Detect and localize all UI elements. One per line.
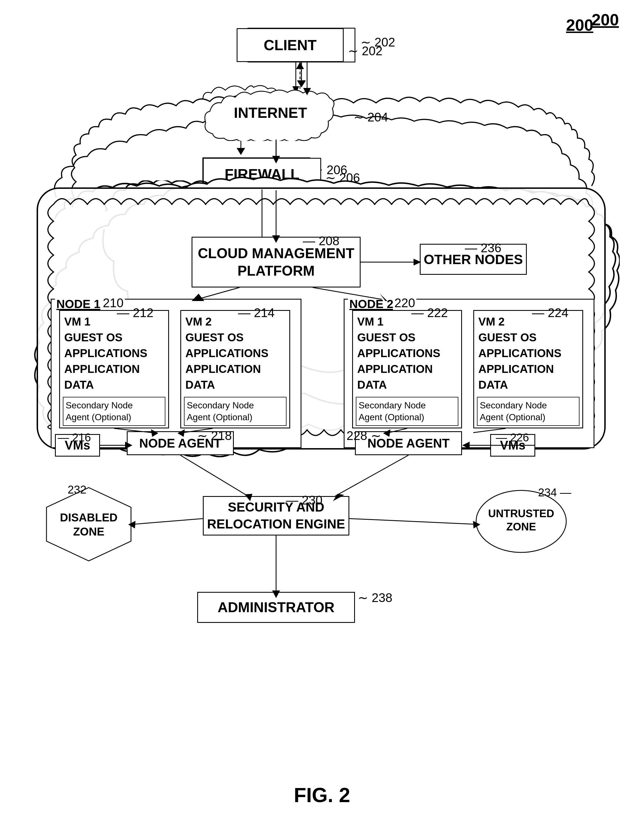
node-agent1-ref: ∼ 218 — [197, 429, 232, 443]
disabled-zone-shape: DISABLED ZONE — [44, 485, 134, 564]
internet-ref: ∼ 204 — [353, 110, 388, 124]
vm1-node2-ref: — 222 — [411, 306, 448, 320]
untrusted-zone-ref: 234 — — [538, 486, 571, 499]
vms-left-ref: — 216 — [58, 431, 91, 444]
cloud-mgmt-ref: — 208 — [303, 234, 339, 248]
client-ref: ∼ 202 — [348, 44, 383, 58]
vm2-node1-ref: — 214 — [238, 306, 275, 320]
administrator-box: ADMINISTRATOR — [197, 592, 355, 623]
vms-right-ref: — 226 — [496, 431, 529, 444]
svg-text:INTERNET: INTERNET — [234, 104, 307, 121]
node1-label: NODE 1 — [55, 298, 102, 311]
disabled-zone-ref: 232 — [68, 483, 86, 496]
svg-text:UNTRUSTED: UNTRUSTED — [488, 507, 554, 520]
vm1-node1-box: VM 1GUEST OSAPPLICATIONSAPPLICATIONDATA … — [59, 310, 169, 429]
ref-number: 200 — [591, 10, 619, 29]
svg-marker-19 — [46, 488, 131, 561]
vm2-node1-box: VM 2GUEST OSAPPLICATIONSAPPLICATIONDATA … — [180, 310, 290, 429]
administrator-ref: ∼ 238 — [358, 590, 392, 605]
diagram-container: 200 CLIENT ∼ 202 INTERNET ∼ 204 FIREWALL… — [0, 0, 644, 832]
diagram-ref-number: 200 — [566, 16, 593, 34]
client-box: CLIENT — [237, 28, 344, 62]
security-engine-ref: — 230 — [286, 493, 323, 507]
svg-text:DISABLED: DISABLED — [60, 511, 117, 524]
svg-text:ZONE: ZONE — [73, 525, 104, 538]
internet-cloud: INTERNET — [192, 87, 349, 141]
figure-label: FIG. 2 — [294, 784, 350, 806]
security-engine-box: SECURITY AND RELOCATION ENGINE — [203, 496, 349, 536]
svg-text:ZONE: ZONE — [506, 521, 536, 533]
vm1-node2-box: VM 1GUEST OSAPPLICATIONSAPPLICATIONDATA … — [352, 310, 462, 429]
vm2-node2-box: VM 2GUEST OSAPPLICATIONSAPPLICATIONDATA … — [473, 310, 583, 429]
node2-label: NODE 2 — [348, 298, 395, 311]
svg-marker-18 — [414, 259, 421, 266]
other-nodes-ref: — 236 — [465, 241, 502, 255]
vm1-node1-ref: — 212 — [117, 306, 153, 320]
node-agent2-ref: 228 ∼ — [347, 429, 381, 443]
vm2-node2-ref: — 224 — [532, 306, 569, 320]
